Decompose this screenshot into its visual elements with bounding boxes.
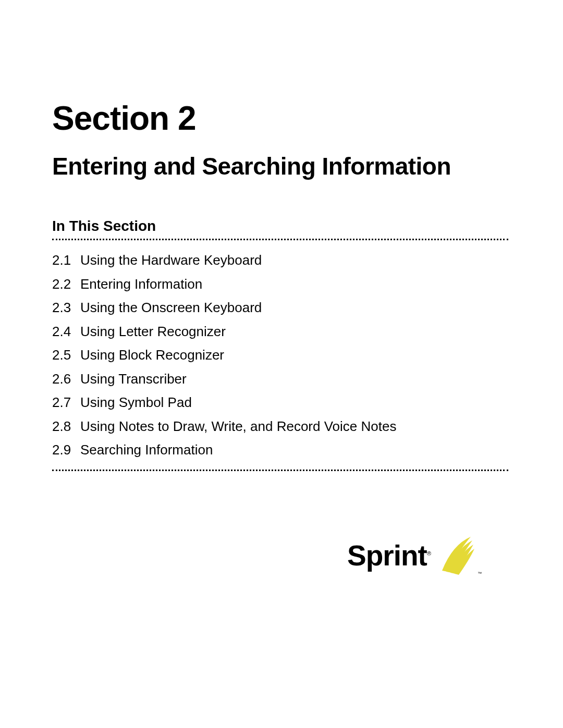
toc-item: 2.5 Using Block Recognizer [52,343,508,367]
toc-item: 2.3 Using the Onscreen Keyboard [52,296,508,320]
dotted-divider-bottom [52,470,508,471]
toc-number: 2.2 [52,273,80,297]
section-number-heading: Section 2 [52,99,508,138]
section-title: Entering and Searching Information [52,152,508,180]
sprint-logo: Sprint® ™ [347,534,474,577]
sprint-brand-text: Sprint® [347,539,431,572]
toc-number: 2.8 [52,415,80,439]
toc-number: 2.1 [52,249,80,273]
table-of-contents: 2.1 Using the Hardware Keyboard 2.2 Ente… [52,249,508,462]
toc-text: Using the Hardware Keyboard [80,249,508,273]
toc-text: Using Block Recognizer [80,343,508,367]
dotted-divider-top [52,239,508,240]
toc-text: Using Symbol Pad [80,391,508,415]
toc-text: Using the Onscreen Keyboard [80,296,508,320]
toc-item: 2.2 Entering Information [52,273,508,297]
toc-number: 2.7 [52,391,80,415]
in-this-section-label: In This Section [52,218,508,235]
toc-item: 2.1 Using the Hardware Keyboard [52,249,508,273]
toc-text: Searching Information [80,438,508,462]
toc-number: 2.4 [52,320,80,344]
toc-text: Entering Information [80,273,508,297]
toc-text: Using Notes to Draw, Write, and Record V… [80,415,508,439]
toc-number: 2.3 [52,296,80,320]
toc-item: 2.7 Using Symbol Pad [52,391,508,415]
toc-item: 2.6 Using Transcriber [52,367,508,391]
trademark-symbol: ™ [478,571,482,576]
toc-item: 2.9 Searching Information [52,438,508,462]
toc-number: 2.9 [52,438,80,462]
toc-text: Using Transcriber [80,367,508,391]
toc-number: 2.5 [52,343,80,367]
toc-number: 2.6 [52,367,80,391]
sprint-swoosh-icon [437,534,474,575]
toc-item: 2.4 Using Letter Recognizer [52,320,508,344]
registered-mark: ® [427,550,431,557]
toc-item: 2.8 Using Notes to Draw, Write, and Reco… [52,415,508,439]
toc-text: Using Letter Recognizer [80,320,508,344]
